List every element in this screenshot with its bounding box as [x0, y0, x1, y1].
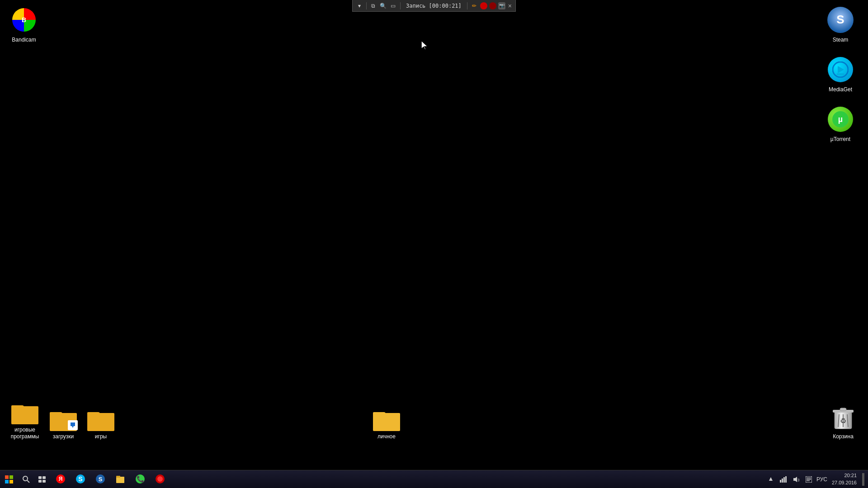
svg-text:µ: µ — [838, 115, 843, 124]
yandex-browser-icon: Я — [56, 474, 66, 484]
svg-rect-24 — [42, 476, 46, 479]
folder-zagruzki[interactable]: загрузки — [43, 407, 84, 443]
svg-marker-7 — [71, 422, 75, 428]
svg-rect-26 — [42, 480, 46, 483]
skype-icon: S — [75, 474, 85, 484]
folder-lichnoe[interactable]: личное — [366, 407, 407, 443]
tray-clock[interactable]: 20:21 27.09.2016 — [830, 472, 859, 486]
mediaget-icon-label: MediaGet — [827, 86, 854, 94]
svg-text:S: S — [99, 476, 103, 483]
svg-rect-11 — [840, 408, 846, 411]
bandicam-toolbar[interactable]: ▾ ⧉ 🔍 ▭ Запись [00:00:21] ✏ 📷 × — [352, 0, 516, 12]
recycle-bin-label: Корзина — [831, 433, 855, 441]
folder-zagruzki-image — [50, 408, 77, 431]
taskbar-record-button[interactable] — [150, 470, 170, 488]
taskbar: Я S S 📞 — [0, 470, 868, 488]
task-view-icon — [38, 476, 47, 483]
bandicam-desktop-icon[interactable]: B Bandicam — [4, 4, 44, 46]
action-center-icon — [806, 476, 812, 483]
svg-rect-49 — [807, 479, 811, 480]
taskbar-phone-button[interactable]: 📞 — [130, 470, 150, 488]
svg-text:♻: ♻ — [840, 417, 846, 425]
svg-text:S: S — [836, 13, 844, 26]
svg-rect-43 — [785, 476, 787, 483]
taskbar-search-button[interactable] — [18, 470, 34, 488]
svg-rect-41 — [782, 479, 783, 483]
svg-rect-23 — [38, 476, 42, 479]
svg-marker-44 — [793, 477, 797, 482]
utorrent-desktop-icon[interactable]: µ µTorrent — [820, 103, 861, 145]
record-icon — [155, 474, 165, 484]
folder-igrovye-image — [11, 402, 38, 424]
folder-igrovye-label: игровыепрограммы — [9, 426, 41, 441]
svg-rect-17 — [5, 475, 9, 479]
toolbar-stop-button[interactable] — [480, 2, 487, 9]
toolbar-copy-icon[interactable]: ⧉ — [369, 2, 377, 10]
svg-point-21 — [23, 476, 28, 481]
svg-rect-34 — [116, 476, 120, 478]
close-button[interactable]: × — [507, 2, 513, 9]
steam-icon-label: Steam — [831, 36, 850, 44]
folder-igry-label: игры — [94, 433, 108, 441]
svg-rect-20 — [9, 480, 13, 483]
svg-text:📞: 📞 — [137, 475, 145, 483]
svg-marker-39 — [769, 477, 773, 481]
folder-lichnoe-label: личное — [376, 433, 397, 441]
svg-text:Я: Я — [59, 476, 63, 482]
svg-rect-48 — [807, 478, 811, 479]
recording-timer: Запись [00:00:21] — [403, 3, 464, 9]
svg-rect-42 — [783, 477, 785, 483]
folder-igry[interactable]: игры — [80, 407, 121, 443]
svg-rect-33 — [116, 477, 124, 483]
volume-icon: ) ) — [793, 476, 800, 483]
toolbar-separator3 — [467, 2, 467, 9]
tray-language-indicator[interactable]: РУС — [816, 476, 827, 483]
toolbar-separator — [366, 2, 367, 9]
folder-lichnoe-image — [373, 408, 400, 431]
tray-show-hidden-button[interactable] — [766, 474, 776, 484]
task-view-button[interactable] — [34, 470, 51, 488]
tray-time-value: 20:21 — [832, 472, 857, 479]
toolbar-zoom-icon[interactable]: 🔍 — [379, 2, 387, 10]
phone-icon: 📞 — [135, 474, 145, 484]
taskbar-yandex-button[interactable]: Я — [51, 470, 71, 488]
taskbar-steam-button[interactable]: S — [90, 470, 110, 488]
utorrent-icon-label: µTorrent — [829, 136, 852, 144]
svg-rect-40 — [780, 480, 781, 483]
steam-desktop-icon[interactable]: S Steam — [820, 4, 861, 46]
search-icon — [23, 476, 30, 483]
steam-icon-image: S — [826, 5, 855, 34]
tray-action-center-icon[interactable] — [804, 474, 814, 484]
toolbar-pause-button[interactable] — [489, 2, 496, 9]
svg-rect-25 — [38, 480, 42, 483]
show-desktop-button[interactable] — [862, 473, 864, 486]
svg-text:S: S — [78, 475, 82, 483]
chevron-up-icon — [769, 476, 773, 483]
tray-date-value: 27.09.2016 — [832, 479, 857, 486]
tray-volume-icon[interactable]: ) ) — [791, 474, 801, 484]
folder-zagruzki-label: загрузки — [52, 433, 75, 441]
file-explorer-icon — [115, 474, 125, 484]
svg-line-22 — [27, 480, 29, 483]
svg-rect-50 — [807, 480, 810, 481]
toolbar-screen-icon[interactable]: ▭ — [389, 2, 397, 10]
toolbar-camera-button[interactable]: 📷 — [498, 2, 505, 9]
svg-rect-19 — [5, 480, 9, 483]
svg-point-38 — [157, 476, 163, 482]
folder-igrovye[interactable]: игровыепрограммы — [5, 400, 45, 443]
utorrent-icon-image: µ — [826, 105, 855, 134]
toolbar-separator2 — [400, 2, 401, 9]
taskbar-explorer-button[interactable] — [110, 470, 130, 488]
start-button[interactable] — [0, 470, 18, 488]
toolbar-pencil-icon[interactable]: ✏ — [470, 2, 478, 10]
tray-network-icon[interactable] — [778, 474, 788, 484]
system-tray: ) ) РУС 20:21 27.09.2016 — [762, 472, 868, 486]
toolbar-dropdown[interactable]: ▾ — [355, 2, 363, 10]
svg-rect-18 — [9, 475, 13, 479]
mediaget-desktop-icon[interactable]: MediaGet — [820, 53, 861, 96]
steam-taskbar-icon: S — [95, 474, 105, 484]
network-icon — [780, 476, 787, 483]
taskbar-skype-button[interactable]: S — [71, 470, 90, 488]
svg-marker-16 — [421, 41, 428, 50]
recycle-bin-icon[interactable]: ♻ Корзина — [823, 402, 863, 443]
